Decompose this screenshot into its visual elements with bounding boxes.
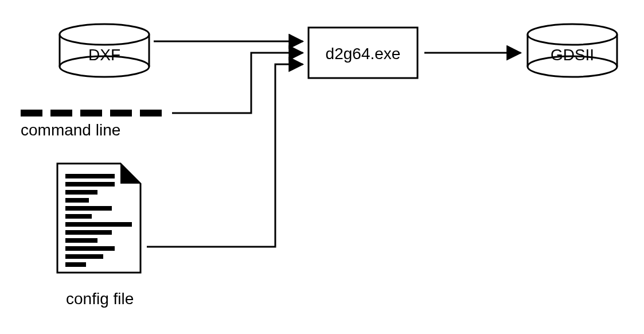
command-line-label: command line [21,121,120,139]
flow-diagram: DXF command line config file d2g64.e [0,0,644,334]
config-file-node [57,164,140,273]
svg-point-17 [528,24,617,45]
arrow-cmdline-to-process [172,53,303,113]
command-line-node: command line [21,113,166,139]
process-box: d2g64.exe [309,28,417,78]
dxf-datastore: DXF [60,24,149,77]
process-label: d2g64.exe [326,45,401,63]
config-file-label: config file [66,290,134,308]
gdsii-label: GDSII [551,46,594,64]
gdsii-datastore: GDSII [528,24,617,77]
arrow-config-to-process [147,64,303,247]
svg-point-1 [60,24,149,45]
dxf-label: DXF [88,46,120,64]
